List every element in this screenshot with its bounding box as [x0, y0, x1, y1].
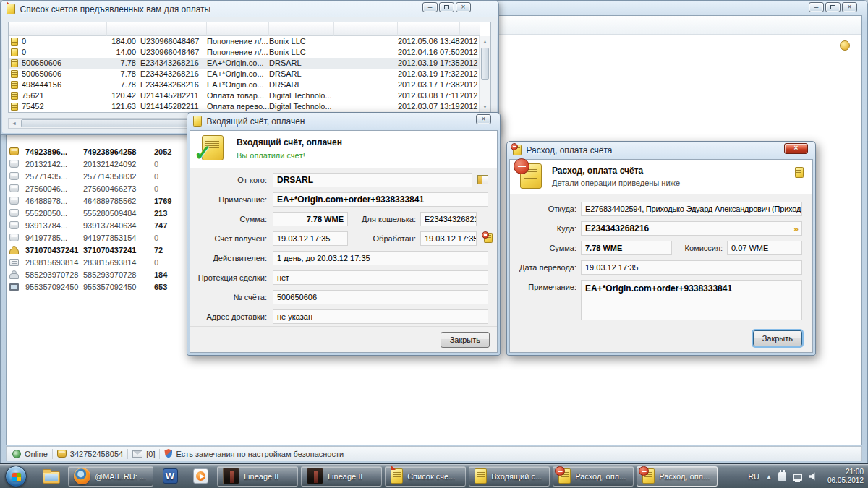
note-field[interactable]: EA+*Origin.com+order+9338333841	[273, 192, 488, 207]
protection-field[interactable]: нет	[273, 270, 488, 285]
taskbar-button[interactable]: Расход, опл...	[553, 466, 634, 487]
to-field[interactable]: E234343268216»	[581, 221, 802, 236]
wallet-row[interactable]: 371070437241 371070437241 72	[9, 244, 184, 256]
taskbar-button[interactable]	[187, 466, 214, 487]
wallet-row[interactable]: 74923896... 749238964258 2052	[9, 145, 184, 158]
wallet-field[interactable]: E234343268216	[420, 212, 477, 226]
taskbar-button[interactable]: Входящий с...	[469, 466, 550, 487]
operation-icon[interactable]	[484, 233, 493, 243]
wallet-row[interactable]: 25771435... 257714358832 0	[9, 170, 184, 182]
cell-correspondent: Bonix LLC	[269, 36, 334, 47]
wallet-row[interactable]: 94197785... 941977853154 0	[9, 231, 184, 244]
cell-date: 2012	[460, 90, 480, 101]
contact-icon[interactable]	[477, 175, 488, 184]
wallet-row[interactable]: 585293970728 585293970728 184	[9, 268, 184, 281]
taskbar-button[interactable]	[3, 466, 29, 487]
valid-field[interactable]: 1 день, до 20.03.12 17:35	[273, 251, 488, 265]
taskbar-button[interactable]: Lineage II	[217, 466, 298, 487]
taskbar-button[interactable]	[38, 466, 65, 487]
close-icon[interactable]: ×	[476, 114, 491, 124]
processed-label: Обработан:	[354, 231, 416, 246]
scroll-up-icon[interactable]: ▲	[480, 36, 490, 47]
remove-hardware-icon[interactable]	[778, 472, 786, 481]
cell-address	[334, 47, 398, 58]
minimize-icon[interactable]: –	[809, 2, 824, 12]
show-hidden-icons[interactable]: ▲	[766, 474, 772, 480]
wallet-row[interactable]: 283815693814 283815693814 0	[9, 256, 184, 268]
maximize-icon[interactable]	[439, 2, 454, 12]
maximize-icon[interactable]	[825, 2, 841, 12]
wallet-row[interactable]: 46488978... 464889785562 1769	[9, 194, 184, 207]
column-header[interactable]	[140, 22, 207, 36]
taskbar-clock[interactable]: 21:00 06.05.2012	[827, 468, 864, 485]
from-field[interactable]: DRSARL	[273, 173, 472, 187]
taskbar-button[interactable]: Lineage II	[301, 466, 382, 487]
language-indicator[interactable]: RU	[748, 472, 760, 481]
taskbar-button[interactable]: Расход, опл...	[637, 466, 718, 487]
invoice-row[interactable]: 0 184.00 U230966048467 Пополнение л/... …	[9, 36, 479, 47]
fee-field[interactable]: 0.07 WME	[727, 241, 802, 255]
column-header[interactable]	[107, 22, 140, 36]
network-icon[interactable]	[793, 474, 802, 481]
invoice-row[interactable]: 0 14.00 U230966048467 Пополнение л/... B…	[9, 47, 479, 58]
column-header[interactable]	[9, 22, 107, 36]
purse-icon	[9, 160, 19, 168]
close-icon[interactable]: ×	[784, 143, 808, 154]
column-header[interactable]	[398, 22, 460, 36]
status-messages[interactable]: [0]	[132, 450, 155, 458]
processed-field[interactable]: 19.03.12 17:35	[420, 231, 477, 246]
invoice-row[interactable]: 75452 121.63 U214145282211 Оплата перево…	[9, 101, 479, 112]
volume-icon[interactable]	[809, 472, 818, 481]
column-header[interactable]	[334, 22, 398, 36]
invoice-row[interactable]: 75621 120.42 U214145282211 Оплата товар.…	[9, 90, 479, 101]
column-header[interactable]	[460, 22, 480, 36]
from-field[interactable]: E276834402594, Приходько Эдуард Александ…	[581, 202, 802, 216]
wallet-row[interactable]: 20132142... 201321424092 0	[9, 158, 184, 170]
status-security[interactable]: Есть замечания по настройкам безопасност…	[164, 449, 344, 458]
invoice-row[interactable]: 500650606 7.78 E234343268216 EA+*Origin.…	[9, 69, 479, 80]
scrollbar-thumb[interactable]	[481, 48, 489, 80]
incoming-dialog-content: Входящий счёт, оплачен Вы оплатили счёт!…	[190, 130, 498, 353]
wallet-row[interactable]: 27560046... 275600466273 0	[9, 182, 184, 194]
close-icon[interactable]: ×	[842, 2, 857, 12]
wallet-full-id: 941977853154	[83, 234, 154, 242]
status-wmid[interactable]: 342752458054	[57, 450, 123, 458]
taskbar-button[interactable]: @MAIL.RU: ...	[68, 466, 153, 487]
open-purse-chevron-icon[interactable]: »	[793, 223, 799, 236]
close-button[interactable]: Закрыть	[441, 332, 490, 348]
wallet-balance: 0	[154, 160, 184, 168]
expense-dialog-titlebar[interactable]: Расход, оплата счёта ×	[507, 142, 815, 158]
vertical-scrollbar[interactable]: ▲ ▼	[479, 36, 490, 112]
cell-correspondent: DRSARL	[269, 58, 334, 69]
wallet-short-id: 94197785...	[25, 234, 83, 242]
sum-field[interactable]: 7.78 WME	[273, 212, 348, 226]
taskbar-button[interactable]: Список сче...	[385, 466, 466, 487]
note-field[interactable]: EA+*Origin.com+order+9338333841	[581, 280, 802, 320]
invoice-window-titlebar[interactable]: Список счетов предъявленных вам для опла…	[1, 1, 498, 17]
column-header[interactable]	[269, 22, 334, 36]
close-icon[interactable]: ×	[456, 2, 471, 12]
wallet-row[interactable]: 93913784... 939137840634 747	[9, 219, 184, 231]
scroll-down-icon[interactable]: ▼	[480, 101, 490, 112]
scroll-left-icon[interactable]: ◄	[9, 121, 20, 126]
sum-field[interactable]: 7.78 WME	[581, 241, 672, 255]
status-online[interactable]: Online	[12, 450, 48, 458]
expense-dialog: Расход, оплата счёта × Расход, оплата сч…	[506, 141, 816, 356]
received-field[interactable]: 19.03.12 17:35	[273, 231, 348, 246]
close-button[interactable]: Закрыть	[753, 330, 802, 346]
note-icon[interactable]	[795, 167, 804, 178]
wallet-full-id: 939137840634	[83, 221, 154, 230]
invoice-row[interactable]: 498444156 7.78 E234343268216 EA+*Origin.…	[9, 80, 479, 90]
wallet-short-id: 371070437241	[25, 246, 83, 254]
taskbar-button[interactable]	[156, 466, 184, 487]
wallet-row[interactable]: 55528050... 555280509484 213	[9, 207, 184, 219]
cell-created-date: 2012.04.16 07:50	[398, 47, 460, 58]
wallet-row[interactable]: 955357092450 955357092450 653	[9, 281, 184, 293]
address-field[interactable]: не указан	[273, 309, 488, 324]
number-field[interactable]: 500650606	[273, 290, 488, 304]
column-header[interactable]	[207, 22, 269, 36]
incoming-dialog-titlebar[interactable]: Входящий счёт, оплачен ×	[187, 113, 500, 129]
invoice-row[interactable]: 500650606 7.78 E234343268216 EA+*Origin.…	[9, 58, 479, 69]
date-field[interactable]: 19.03.12 17:35	[581, 260, 802, 275]
minimize-icon[interactable]: –	[422, 2, 438, 12]
